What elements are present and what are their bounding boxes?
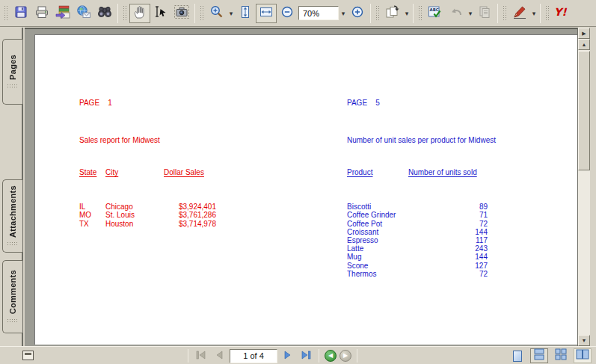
vertical-scrollbar[interactable]: ▶ ▲ ▼: [577, 28, 590, 346]
copy-icon: [477, 4, 492, 22]
pen-icon: [511, 4, 528, 22]
toolbar-grip[interactable]: [545, 5, 550, 22]
zoom-in-button[interactable]: [347, 4, 368, 23]
snapshot-camera-icon: [173, 4, 190, 22]
next-view-button[interactable]: ▶: [340, 350, 351, 362]
organizer-button[interactable]: [52, 4, 73, 23]
zoom-in-tool-button[interactable]: [206, 4, 227, 23]
zoom-level-value: 70%: [303, 9, 319, 18]
product-cell: Croissant: [347, 228, 408, 236]
product-cell: Espresso: [347, 236, 408, 244]
product-cell: Thermos: [347, 270, 408, 278]
scroll-down-button[interactable]: ▼: [578, 335, 590, 346]
organizer-icon: [55, 4, 71, 22]
toolbar-grip[interactable]: [123, 5, 127, 22]
fit-page-button[interactable]: [235, 4, 256, 23]
zoom-level-dropdown-caret[interactable]: ▾: [340, 10, 347, 17]
comments-tab-label: Comments: [8, 270, 17, 314]
hand-tool-button[interactable]: [129, 4, 150, 23]
page-navigation: 1 of 4 ◀ ▶: [185, 348, 360, 363]
report-title: Sales report for Midwest: [79, 136, 216, 144]
red-table-header: State City Dollar Sales: [79, 168, 216, 176]
zoom-out-icon: [280, 5, 294, 22]
toolbar-separator: [117, 4, 118, 23]
search-binoculars-icon: [96, 4, 113, 22]
zoom-out-button[interactable]: [277, 4, 298, 23]
last-page-button[interactable]: [298, 349, 313, 363]
report-page-number: PAGE 1: [79, 99, 216, 107]
select-tool-button[interactable]: [150, 4, 171, 23]
undo-button[interactable]: [446, 4, 467, 23]
sidebar-tab-comments[interactable]: Comments: [2, 260, 22, 333]
status-bar: 1 of 4 ◀ ▶: [0, 346, 596, 364]
toolbar-separator: [194, 4, 195, 23]
scrollbar-thumb[interactable]: [578, 51, 590, 170]
page-indicator-input[interactable]: 1 of 4: [230, 349, 277, 363]
create-pdf-button[interactable]: [382, 4, 403, 23]
document-pane: PAGE 1 Sales report for Midwest State Ci…: [25, 28, 577, 346]
toolbar-grip[interactable]: [375, 5, 380, 22]
state-cell: TX: [79, 220, 105, 228]
undo-dropdown-caret[interactable]: ▾: [467, 10, 474, 17]
split-arrow-icon: ▶: [582, 31, 586, 37]
highlight-pen-button[interactable]: [509, 4, 530, 23]
toolbar-grip[interactable]: [418, 5, 423, 22]
scroll-up-button[interactable]: ▲: [578, 39, 590, 50]
report-page-number: PAGE 5: [347, 99, 496, 107]
next-page-icon: [283, 349, 292, 363]
first-page-icon: [196, 349, 206, 363]
toolbar-separator: [413, 4, 414, 23]
product-cell: Coffee Pot: [347, 220, 408, 228]
panel-splitter-icon[interactable]: [22, 351, 34, 360]
page-layout-controls: [509, 348, 592, 363]
create-pdf-dropdown-caret[interactable]: ▾: [403, 10, 411, 17]
toolbar-grip[interactable]: [503, 5, 507, 22]
dollar-sales-cell: $3,714,978: [164, 220, 216, 228]
print-button[interactable]: [31, 4, 52, 23]
pen-dropdown-caret[interactable]: ▾: [530, 10, 538, 17]
fit-width-icon: [259, 4, 274, 22]
continuous-facing-layout-button[interactable]: [552, 348, 570, 363]
pages-tab-grip-icon: [7, 84, 19, 89]
next-page-button[interactable]: [280, 349, 295, 363]
arrow-left-icon: ◀: [328, 353, 333, 359]
yahoo-icon: Y!: [553, 4, 572, 22]
comments-tab-grip-icon: [7, 318, 19, 324]
first-page-button[interactable]: [194, 349, 209, 363]
snapshot-tool-button[interactable]: [171, 4, 192, 23]
email-globe-icon: [76, 4, 92, 22]
yahoo-button[interactable]: Y!: [552, 4, 573, 23]
save-button[interactable]: [10, 4, 31, 23]
attachments-tab-grip-icon: [7, 241, 19, 247]
zoom-in-icon: [351, 5, 364, 22]
statusbar-separator: [357, 349, 357, 363]
spellcheck-button[interactable]: ABC: [425, 4, 446, 23]
units-sold-cell: 89: [408, 203, 488, 211]
city-cell: Houston: [105, 220, 164, 228]
units-sold-cell: 127: [408, 262, 488, 270]
zoom-tool-dropdown-caret[interactable]: ▾: [227, 10, 235, 17]
units-sold-cell: 72: [408, 270, 488, 278]
state-cell: IL: [79, 203, 105, 211]
previous-page-button[interactable]: [212, 349, 227, 363]
toolbar-grip[interactable]: [4, 5, 8, 22]
email-button[interactable]: [73, 4, 94, 23]
continuous-layout-button[interactable]: [530, 348, 548, 363]
search-button[interactable]: [94, 4, 115, 23]
scrollbar-split-button[interactable]: ▶: [578, 28, 590, 39]
previous-view-button[interactable]: ◀: [325, 350, 337, 362]
toolbar-grip[interactable]: [200, 5, 204, 22]
units-sold-cell: 243: [408, 244, 488, 253]
column-header: Dollar Sales: [164, 168, 204, 176]
red-sales-report: PAGE 1 Sales report for Midwest State Ci…: [79, 82, 216, 244]
sidebar-tab-attachments[interactable]: Attachments: [2, 179, 22, 253]
product-cell: Biscotti: [347, 203, 408, 211]
magnifier-plus-icon: [209, 4, 224, 22]
single-page-layout-button[interactable]: [509, 348, 526, 363]
copy-button[interactable]: [474, 4, 495, 23]
zoom-level-input[interactable]: 70%: [298, 6, 339, 20]
fit-width-button[interactable]: [256, 4, 277, 23]
hand-icon: [132, 4, 147, 22]
facing-layout-button[interactable]: [574, 348, 592, 363]
sidebar-tab-pages[interactable]: Pages: [2, 39, 22, 105]
